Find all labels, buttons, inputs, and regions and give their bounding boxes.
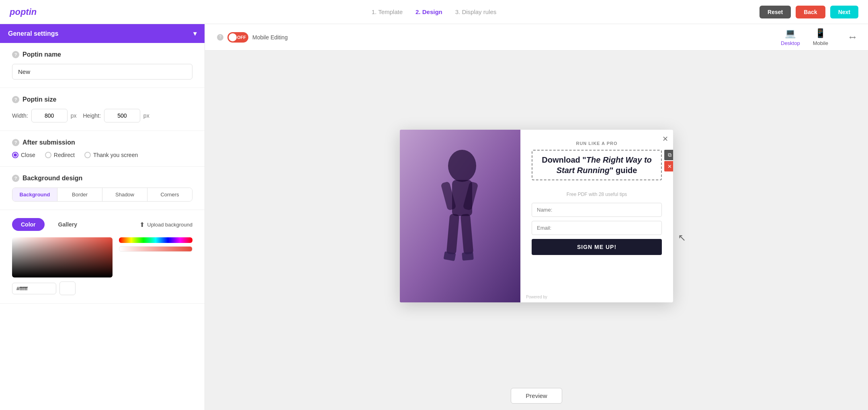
tab-corners[interactable]: Corners	[147, 188, 192, 201]
gallery-option[interactable]: Gallery	[49, 218, 86, 231]
header: poptin 1. Template 2. Design 3. Display …	[0, 0, 868, 24]
upload-label: Upload background	[147, 222, 192, 228]
hex-row	[12, 281, 192, 295]
general-settings-header[interactable]: General settings ▾	[0, 24, 205, 43]
width-group: Width: px	[12, 109, 76, 122]
radio-close-label: Close	[21, 152, 35, 158]
color-gradient[interactable]	[12, 237, 113, 277]
tab-border[interactable]: Border	[57, 188, 102, 201]
color-gallery-section: Color Gallery ⬆ Upload background	[0, 210, 205, 304]
mobile-editing-toggle[interactable]: OFF	[227, 32, 248, 43]
cursor-indicator: ↖	[678, 232, 686, 243]
height-group: Height: px	[83, 109, 149, 122]
step-design[interactable]: 2. Design	[416, 8, 442, 15]
color-bars	[119, 237, 192, 277]
width-label: Width:	[12, 112, 28, 119]
color-option[interactable]: Color	[12, 218, 45, 231]
preview-btn-row: Preview	[504, 381, 568, 410]
expand-icon[interactable]: ⤢	[847, 31, 858, 43]
chevron-down-icon: ▾	[193, 30, 197, 37]
size-row: Width: px Height: px	[12, 109, 192, 122]
radio-dot-redirect	[45, 152, 51, 158]
color-swatch[interactable]	[59, 281, 76, 295]
athlete-svg	[400, 130, 520, 302]
radio-dot-thank-you	[84, 152, 91, 158]
svg-rect-8	[462, 252, 474, 261]
help-icon-mobile[interactable]: ?	[217, 34, 223, 41]
poptin-name-section: ? Poptin name	[0, 43, 205, 88]
upload-icon: ⬆	[139, 221, 145, 228]
preview-button[interactable]: Preview	[511, 388, 562, 404]
general-settings-title: General settings	[8, 30, 58, 37]
svg-point-1	[448, 150, 476, 182]
title-action-buttons: ⧉ ✕	[664, 150, 673, 171]
left-panel: General settings ▾ ? Poptin name ? Popti…	[0, 24, 205, 410]
radio-group: Close Redirect Thank you screen	[12, 152, 192, 158]
poptin-name-input[interactable]	[12, 64, 192, 80]
tab-background[interactable]: Background	[12, 188, 57, 201]
radio-dot-close	[12, 152, 18, 158]
popup-submit-button[interactable]: SIGN ME UP!	[532, 239, 662, 255]
reset-button[interactable]: Reset	[760, 6, 791, 18]
hex-input[interactable]	[12, 283, 56, 294]
popup-description: Free PDF with 28 useful tips	[532, 192, 662, 197]
popup-content: ✕ RUN LIKE A PRO Download "The Right Way…	[520, 130, 673, 302]
desktop-tab[interactable]: 💻 Desktop	[781, 28, 800, 46]
bg-options-row: Color Gallery ⬆ Upload background	[12, 218, 192, 231]
steps-nav: 1. Template 2. Design 3. Display rules	[372, 8, 497, 15]
radio-thank-you-label: Thank you screen	[93, 152, 138, 158]
help-icon[interactable]: ?	[12, 51, 19, 58]
after-submission-section: ? After submission Close Redirect Thank …	[0, 131, 205, 167]
copy-title-button[interactable]: ⧉	[664, 150, 673, 160]
delete-title-button[interactable]: ✕	[664, 161, 673, 171]
preview-area: ✕ RUN LIKE A PRO Download "The Right Way…	[205, 51, 868, 381]
height-input[interactable]	[104, 109, 140, 122]
next-button[interactable]: Next	[830, 6, 858, 18]
popup-close-button[interactable]: ✕	[662, 135, 668, 143]
help-icon-bg[interactable]: ?	[12, 175, 19, 182]
width-unit: px	[71, 112, 77, 119]
popup-name-input[interactable]	[532, 203, 662, 217]
radio-thank-you[interactable]: Thank you screen	[84, 152, 138, 158]
popup-title-italic: The Right Way to Start Running	[557, 155, 652, 175]
radio-redirect-label: Redirect	[54, 152, 75, 158]
background-design-label: ? Background design	[12, 175, 192, 182]
color-picker	[12, 237, 192, 277]
popup-email-input[interactable]	[532, 221, 662, 235]
main-layout: General settings ▾ ? Poptin name ? Popti…	[0, 24, 868, 410]
popup-image	[400, 130, 520, 302]
device-tabs: 💻 Desktop 📱 Mobile ⤢	[781, 28, 856, 46]
radio-redirect[interactable]: Redirect	[45, 152, 75, 158]
toolbar: ? OFF Mobile Editing 💻 Desktop 📱 Mobile …	[205, 24, 868, 51]
radio-close[interactable]: Close	[12, 152, 35, 158]
poptin-size-section: ? Poptin size Width: px Height: px	[0, 88, 205, 131]
width-input[interactable]	[31, 109, 68, 122]
mobile-tab[interactable]: 📱 Mobile	[813, 28, 828, 46]
right-panel: ? OFF Mobile Editing 💻 Desktop 📱 Mobile …	[205, 24, 868, 410]
step-display-rules[interactable]: 3. Display rules	[455, 8, 497, 15]
alpha-bar[interactable]	[119, 246, 192, 252]
toggle-off-text: OFF	[237, 35, 246, 40]
mobile-label: Mobile	[813, 40, 828, 46]
help-icon-size[interactable]: ?	[12, 96, 19, 103]
after-submission-label: ? After submission	[12, 139, 192, 146]
design-tabs: Background Border Shadow Corners	[12, 188, 192, 202]
height-unit: px	[143, 112, 149, 119]
back-button[interactable]: Back	[796, 6, 825, 18]
header-buttons: Reset Back Next	[760, 6, 858, 18]
powered-by: Powered by	[526, 295, 547, 299]
popup-title-wrapper: Download "The Right Way to Start Running…	[532, 150, 662, 186]
popup-title-box[interactable]: Download "The Right Way to Start Running…	[532, 150, 662, 180]
step-template[interactable]: 1. Template	[372, 8, 403, 15]
upload-background-btn[interactable]: ⬆ Upload background	[139, 221, 192, 228]
popup-title: Download "The Right Way to Start Running…	[538, 155, 655, 175]
background-design-section: ? Background design Background Border Sh…	[0, 167, 205, 210]
popup-subtitle: RUN LIKE A PRO	[532, 141, 662, 146]
tab-shadow[interactable]: Shadow	[102, 188, 147, 201]
mobile-icon: 📱	[815, 28, 826, 39]
toggle-knob	[229, 33, 237, 41]
rainbow-bar[interactable]	[119, 237, 192, 243]
help-icon-submission[interactable]: ?	[12, 139, 19, 146]
poptin-size-label: ? Poptin size	[12, 96, 192, 103]
logo: poptin	[10, 7, 37, 17]
